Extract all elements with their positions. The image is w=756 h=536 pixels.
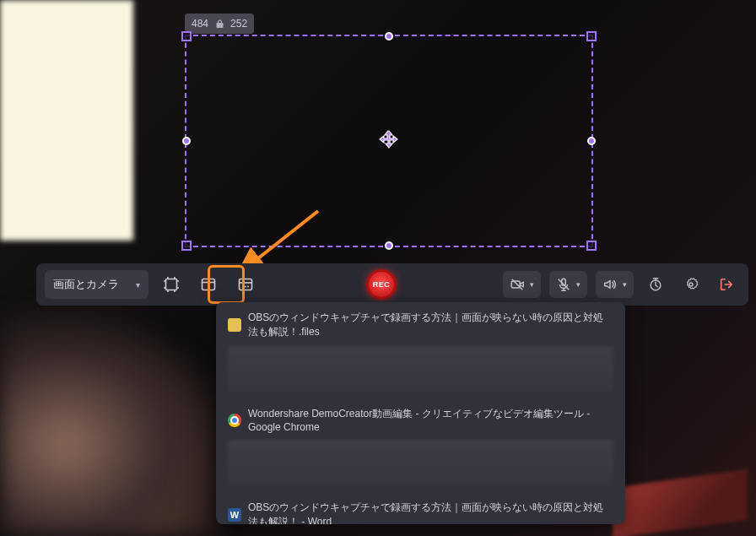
selection-width-value: 484 xyxy=(192,18,208,30)
capture-mode-label: 画面とカメラ xyxy=(53,277,119,292)
window-thumbnail xyxy=(228,346,613,392)
chrome-icon xyxy=(228,414,241,427)
window-item-label: OBSのウィンドウキャプチャで録画する方法｜画面が映らない時の原因と対処法も解説… xyxy=(248,501,613,524)
recorder-toolbar: 画面とカメラ ▾ REC ▾ ▾ ▾ xyxy=(36,263,748,306)
selection-dimensions[interactable]: 484 252 xyxy=(185,14,254,34)
crop-region-button[interactable] xyxy=(157,270,186,299)
window-select-popup: OBSのウィンドウキャプチャで録画する方法｜画面が映らない時の原因と対処法も解説… xyxy=(216,302,625,524)
window-item-label: Wondershare DemoCreator動画編集 - クリエイティブなビデ… xyxy=(248,407,613,433)
edge-handle-left[interactable] xyxy=(182,137,191,145)
background-blur-people xyxy=(0,308,219,536)
svg-rect-4 xyxy=(240,279,252,290)
settings-button[interactable] xyxy=(678,271,705,298)
svg-point-5 xyxy=(242,286,244,288)
system-audio-toggle[interactable]: ▾ xyxy=(596,271,634,298)
window-list-item[interactable]: Wondershare DemoCreator動画編集 - クリエイティブなビデ… xyxy=(216,398,625,438)
background-light-area xyxy=(0,0,133,241)
folder-icon xyxy=(228,318,241,332)
webcam-off-icon xyxy=(510,277,525,292)
window-item-label: OBSのウィンドウキャプチャで録画する方法｜画面が映らない時の原因と対処法も解説… xyxy=(248,311,613,339)
chevron-down-icon: ▾ xyxy=(576,280,580,289)
edge-handle-top[interactable] xyxy=(385,32,393,41)
word-icon: W xyxy=(228,508,241,522)
capture-mode-select[interactable]: 画面とカメラ ▾ xyxy=(45,270,148,299)
record-button[interactable]: REC xyxy=(366,269,397,300)
speaker-icon xyxy=(602,277,618,292)
edge-handle-bottom[interactable] xyxy=(385,241,393,250)
svg-rect-9 xyxy=(511,281,520,288)
svg-rect-2 xyxy=(202,279,215,290)
edge-handle-right[interactable] xyxy=(587,137,596,145)
svg-point-7 xyxy=(247,286,249,288)
svg-rect-1 xyxy=(166,279,177,290)
chevron-down-icon: ▾ xyxy=(136,280,140,290)
game-capture-button[interactable] xyxy=(231,270,260,299)
record-label: REC xyxy=(373,280,391,289)
svg-point-6 xyxy=(245,286,246,288)
svg-point-14 xyxy=(689,283,693,286)
window-capture-button[interactable] xyxy=(194,270,223,299)
window-list-item[interactable]: OBSのウィンドウキャプチャで録画する方法｜画面が映らない時の原因と対処法も解説… xyxy=(216,302,625,344)
window-list-item[interactable]: W OBSのウィンドウキャプチャで録画する方法｜画面が映らない時の原因と対処法も… xyxy=(216,492,625,524)
chevron-down-icon: ▾ xyxy=(623,280,627,289)
microphone-toggle[interactable]: ▾ xyxy=(549,271,587,298)
exit-button[interactable] xyxy=(713,271,740,298)
webcam-toggle[interactable]: ▾ xyxy=(503,271,541,298)
timer-button[interactable] xyxy=(642,271,669,298)
chevron-down-icon: ▾ xyxy=(530,280,534,289)
window-thumbnail xyxy=(228,440,613,485)
mic-off-icon xyxy=(556,277,571,292)
selection-height-value: 252 xyxy=(230,18,247,30)
lock-icon[interactable] xyxy=(215,19,224,29)
